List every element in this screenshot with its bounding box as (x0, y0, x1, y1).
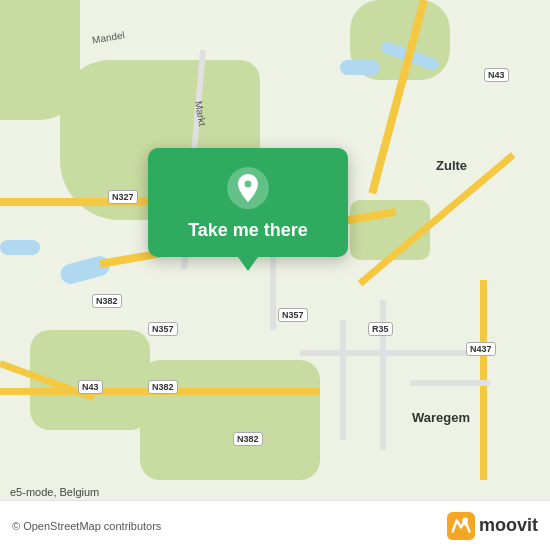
road-badge-n43: N43 (78, 380, 103, 394)
green-area (0, 0, 80, 120)
water-feature (340, 60, 380, 75)
attribution-text: © OpenStreetMap contributors (12, 520, 161, 532)
road-badge-n357-2: N357 (278, 308, 308, 322)
svg-point-2 (462, 517, 468, 523)
water-feature (0, 240, 40, 255)
moovit-text: moovit (479, 515, 538, 536)
location-label: e5-mode, Belgium (10, 486, 99, 498)
moovit-logo[interactable]: moovit (447, 512, 538, 540)
road-badge-n382-1: N382 (92, 294, 122, 308)
bottom-bar: © OpenStreetMap contributors moovit (0, 500, 550, 550)
road-badge-r35: R35 (368, 322, 393, 336)
location-pin-icon (226, 166, 270, 210)
map-container: N327 N357 N357 N382 N382 N382 N43 N43 N4… (0, 0, 550, 550)
town-label-waregem: Waregem (412, 410, 470, 425)
town-label-zulte: Zulte (436, 158, 467, 173)
road-badge-n357-1: N357 (148, 322, 178, 336)
road-badge-n327: N327 (108, 190, 138, 204)
road-badge-n43-top: N43 (484, 68, 509, 82)
road-badge-n382-3: N382 (233, 432, 263, 446)
popup-label: Take me there (188, 220, 308, 241)
popup-card[interactable]: Take me there (148, 148, 348, 257)
road-badge-n382-2: N382 (148, 380, 178, 394)
road-minor-6 (410, 380, 490, 386)
road-minor-3 (300, 350, 480, 356)
road-badge-n437: N437 (466, 342, 496, 356)
road-minor-4 (340, 320, 346, 440)
green-area (140, 360, 320, 480)
moovit-icon (447, 512, 475, 540)
